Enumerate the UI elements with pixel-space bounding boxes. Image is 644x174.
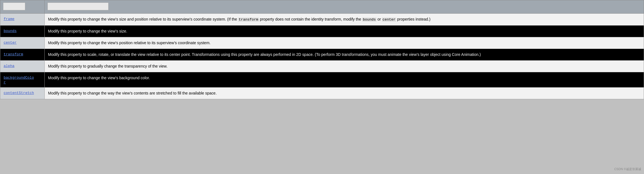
- property-cell-frame: frame: [0, 14, 45, 26]
- description-text-transform: Modify this property to scale, rotate, o…: [48, 52, 481, 57]
- description-text-center: Modify this property to change the view’…: [48, 41, 210, 45]
- table-row: transform Modify this property to scale,…: [0, 49, 644, 60]
- main-table: frame Modify this property to change the…: [0, 0, 644, 99]
- table-row: center Modify this property to change th…: [0, 37, 644, 49]
- inline-code: center: [382, 18, 396, 22]
- description-cell-center: Modify this property to change the view’…: [45, 37, 644, 49]
- watermark: CSDN ©诚是张展诚: [614, 167, 641, 171]
- description-cell-transform: Modify this property to scale, rotate, o…: [45, 49, 644, 60]
- property-link-contentstretch[interactable]: contentStretch: [4, 91, 34, 95]
- header-col2: [45, 0, 644, 14]
- description-text-alpha: Modify this property to gradually change…: [48, 64, 167, 68]
- description-cell-frame: Modify this property to change the view’…: [45, 14, 644, 26]
- inline-code: bounds: [362, 18, 376, 22]
- table-row: contentStretch Modify this property to c…: [0, 87, 644, 99]
- header-input-large[interactable]: [47, 3, 109, 10]
- property-link-frame[interactable]: frame: [4, 17, 14, 21]
- description-cell-bounds: Modify this property to change the view’…: [45, 25, 644, 37]
- property-link-bounds[interactable]: bounds: [4, 29, 17, 33]
- table-row: alpha Modify this property to gradually …: [0, 60, 644, 72]
- property-cell-contentstretch: contentStretch: [0, 87, 45, 99]
- header-input-small[interactable]: [3, 3, 25, 10]
- description-text-backgroundcolor: Modify this property to change the view’…: [48, 76, 150, 80]
- property-link-transform[interactable]: transform: [4, 52, 23, 56]
- inline-code: transform: [238, 18, 259, 22]
- description-text-bounds: Modify this property to change the view’…: [48, 29, 127, 33]
- header-col1: [0, 0, 45, 14]
- property-cell-backgroundcolor: backgroundColor: [0, 72, 45, 87]
- description-text-contentstretch: Modify this property to change the way t…: [48, 91, 217, 95]
- property-cell-bounds: bounds: [0, 25, 45, 37]
- description-cell-alpha: Modify this property to gradually change…: [45, 60, 644, 72]
- table-row: frame Modify this property to change the…: [0, 14, 644, 26]
- description-cell-backgroundcolor: Modify this property to change the view’…: [45, 72, 644, 87]
- property-cell-alpha: alpha: [0, 60, 45, 72]
- table-row: backgroundColor Modify this property to …: [0, 72, 644, 87]
- property-cell-transform: transform: [0, 49, 45, 60]
- table-row: bounds Modify this property to change th…: [0, 25, 644, 37]
- property-link-backgroundcolor[interactable]: backgroundColor: [4, 76, 34, 84]
- description-cell-contentstretch: Modify this property to change the way t…: [45, 87, 644, 99]
- property-link-center[interactable]: center: [4, 41, 17, 45]
- table-header-row: [0, 0, 644, 14]
- description-text-frame: Modify this property to change the view’…: [48, 17, 431, 21]
- property-link-alpha[interactable]: alpha: [4, 64, 14, 68]
- property-cell-center: center: [0, 37, 45, 49]
